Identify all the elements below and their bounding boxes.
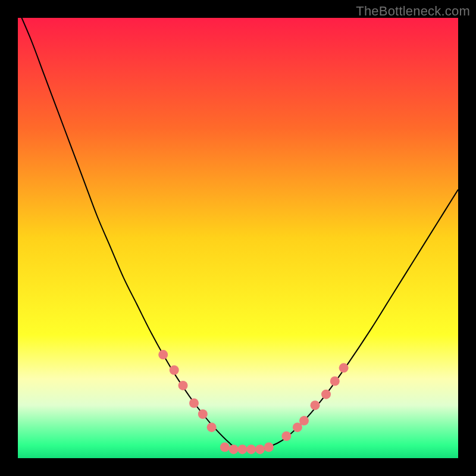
marker-dot — [237, 444, 247, 454]
marker-dot — [264, 443, 274, 452]
marker-dot — [281, 431, 291, 441]
marker-dot — [246, 444, 256, 454]
marker-dot — [321, 390, 331, 399]
marker-dot — [198, 409, 208, 419]
marker-dot — [220, 443, 230, 452]
marker-dot — [299, 416, 309, 425]
marker-dot — [207, 422, 217, 432]
marker-dot — [189, 399, 199, 408]
marker-dot — [339, 363, 349, 372]
marker-dot — [178, 381, 188, 390]
marker-dot — [170, 365, 179, 375]
marker-dot — [158, 350, 168, 359]
marker-dot — [330, 377, 340, 386]
chart-root: TheBottleneck.com — [0, 0, 476, 476]
watermark-text: TheBottleneck.com — [356, 4, 470, 19]
marker-dot — [229, 444, 239, 454]
marker-dot — [255, 444, 265, 454]
marker-dot — [311, 400, 320, 410]
chart-svg — [0, 0, 476, 476]
gradient-background — [18, 18, 458, 458]
